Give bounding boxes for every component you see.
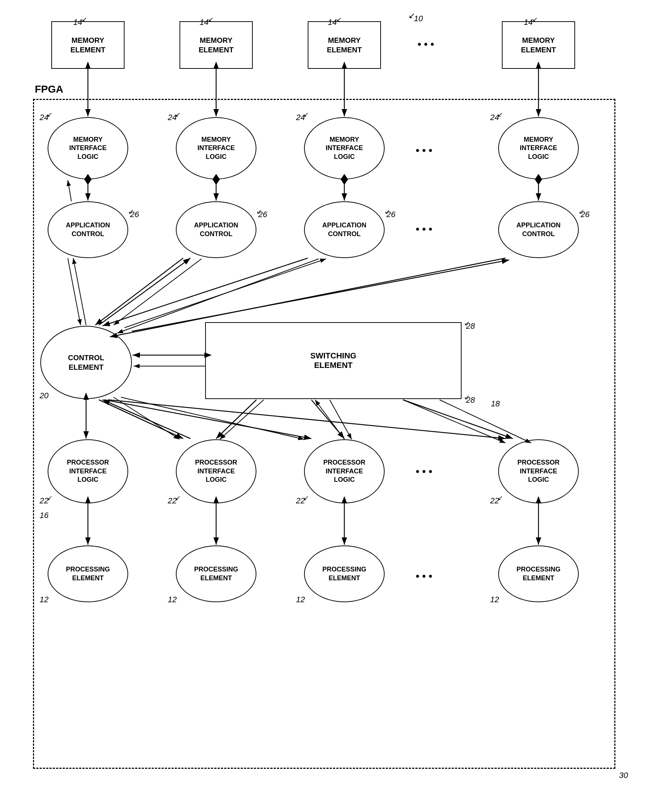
dots-pe: • • • [416, 570, 432, 582]
dots-pil: • • • [416, 466, 432, 477]
pil-2: PROCESSORINTERFACELOGIC [176, 439, 256, 504]
ac-4: APPLICATIONCONTROL [498, 201, 579, 258]
ac-2: APPLICATIONCONTROL [176, 201, 256, 258]
ref-14-1: 14 [73, 17, 82, 27]
pe-3: PROCESSINGELEMENT [304, 546, 385, 602]
memory-element-2: MEMORYELEMENT [180, 21, 253, 69]
ac-3: APPLICATIONCONTROL [304, 201, 385, 258]
ref-20: 20 [39, 391, 48, 401]
ref-14-4: 14 [524, 17, 533, 27]
ref-30: 30 [619, 771, 628, 780]
ref-12-2: 12 [168, 595, 177, 604]
ref-12-3: 12 [296, 595, 305, 604]
switching-element: SWITCHINGELEMENT [205, 322, 462, 399]
dots-ac: • • • [416, 223, 432, 235]
memory-element-3: MEMORYELEMENT [308, 21, 381, 69]
mil-4: MEMORYINTERFACELOGIC [498, 117, 579, 179]
ref-12-1: 12 [39, 595, 48, 604]
dots-mil: • • • [416, 145, 432, 156]
ref-10-label: 10 [414, 14, 423, 24]
fpga-region [33, 99, 615, 769]
mil-2: MEMORYINTERFACELOGIC [176, 117, 256, 179]
ref-12-4: 12 [490, 595, 499, 604]
memory-element-1: MEMORYELEMENT [51, 21, 125, 69]
pil-1: PROCESSORINTERFACELOGIC [47, 439, 128, 504]
mil-3: MEMORYINTERFACELOGIC [304, 117, 385, 179]
mil-1: MEMORYINTERFACELOGIC [47, 117, 128, 179]
ref-14-3: 14 [328, 17, 337, 27]
control-element: CONTROLELEMENT [40, 326, 132, 399]
memory-element-4: MEMORYELEMENT [502, 21, 575, 69]
ac-1: APPLICATIONCONTROL [47, 201, 128, 258]
pil-4: PROCESSORINTERFACELOGIC [498, 439, 579, 504]
ref-18: 18 [491, 399, 500, 409]
pe-2: PROCESSINGELEMENT [176, 546, 256, 602]
pe-4: PROCESSINGELEMENT [498, 546, 579, 602]
dots-memory-top: • • • [418, 38, 434, 50]
ref-16: 16 [39, 511, 48, 520]
diagram-container: 10 ↙ FPGA MEMORYELEMENT 14 ↙ MEMORYELEME… [0, 0, 659, 812]
ref-14-2: 14 [200, 17, 208, 27]
fpga-label: FPGA [35, 83, 63, 95]
pil-3: PROCESSORINTERFACELOGIC [304, 439, 385, 504]
pe-1: PROCESSINGELEMENT [47, 546, 128, 602]
